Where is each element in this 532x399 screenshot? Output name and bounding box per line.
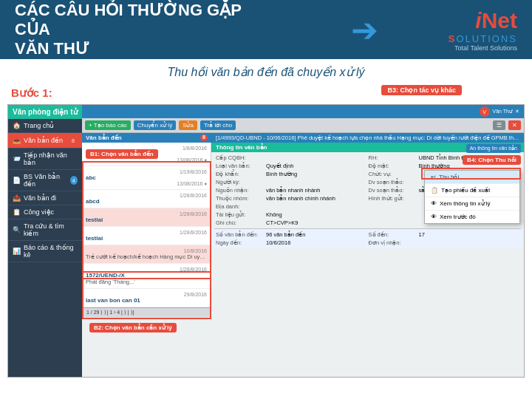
step-label-area: Bước 1: B3: Chọn tác vụ khác	[0, 82, 532, 104]
doc-label-dvsoanthao: Dv soạn thảo:	[369, 179, 417, 185]
dropdown-item-taophieu[interactable]: 📋 Tạo phiếu đề xuất	[425, 184, 519, 197]
email-item-6[interactable]: 10/8/2016 Trẻ cướt kế hoạch/kế hoạch Hàn…	[82, 245, 211, 264]
b2-annotation: B2: Chọn văn bản cần xử lý	[89, 323, 177, 332]
chuyen-xuly-button[interactable]: Chuyển xử lý	[134, 120, 176, 130]
doc-bottom-grid: Số văn bản đến: 96 văn bản đến Số đến: 1…	[211, 229, 524, 248]
doc-label-rh: RH:	[369, 154, 417, 161]
sidebar-item-baocao[interactable]: 📊 Báo cáo & thống kê	[8, 241, 82, 262]
sidebar-item-tracuu[interactable]: 🔍 Tra cứu & tìm kiếm	[8, 219, 82, 241]
doc-label-ghichu: Ghi chú:	[216, 219, 264, 226]
sidebar-item-tranchu[interactable]: 🏠 Trang chủ	[8, 119, 82, 133]
xemthongtin-label: Xem thông tin xử lý	[440, 200, 491, 207]
email-date-r2: 13/08/2016 ♦	[86, 181, 207, 186]
dropdown-item-thuhoi[interactable]: ↩ Thu hồi	[425, 171, 519, 184]
sidebar: Văn phòng điện tử 🏠 Trang chủ 📥 Văn bản …	[8, 105, 82, 377]
report-icon: 📊	[13, 248, 21, 255]
sidebar-congviec-label: Công việc	[24, 208, 54, 216]
logo-net: Net	[482, 8, 517, 33]
toolbar: + Tạo báo cáo Chuyển xử lý Sửa Trả lời c…	[82, 118, 524, 133]
dropdown-item-xemthongtin[interactable]: 👁 Xem thông tin xử lý	[425, 197, 519, 211]
email-date-5: 1/28/8/2016	[86, 230, 207, 235]
xemthongtin-icon: 👁	[431, 200, 437, 207]
email-item-8[interactable]: 29/8/2016 last van bon can 01	[82, 289, 211, 307]
email-date-4: 1/28/8/2016	[86, 211, 207, 216]
logo-tagline: Total Talent Solutions	[454, 44, 517, 52]
doc-label-soden: Số đến:	[369, 231, 417, 238]
sidebar-item-congviec[interactable]: 📋 Công việc	[8, 205, 82, 219]
tra-loi-cho-button[interactable]: Trả lời cho	[200, 120, 236, 130]
email-item-2[interactable]: 1/19/8/2016 abc 13/08/2016 ♦	[82, 166, 211, 190]
header-arrow-icon: ➔	[351, 11, 378, 49]
email-date-3: 1/28/8/2016	[86, 193, 207, 198]
email-item-3[interactable]: 1/28/8/2016 abcd	[82, 190, 211, 208]
doc-label-ngaynhan: Đơn vị nhận:	[369, 239, 417, 246]
logo-inet: iNet	[475, 8, 517, 33]
pagination: 1 / 29 ⟩ ⟩| 1 › 4 | ⟩ | ⟩|	[86, 310, 134, 316]
email-date-8: 29/8/2016	[86, 292, 207, 297]
sidebar-item-bsvbd[interactable]: 📄 BS Văn bản đến 4	[8, 170, 82, 191]
doc-field-ngaynhan: Đơn vị nhận:	[369, 239, 520, 246]
badge-vanbanden: 8	[69, 136, 78, 145]
panel-title-label: Văn bản đến	[86, 134, 122, 141]
doc-value-loaivb: Quyết định	[266, 163, 293, 169]
sidebar-item-tiepnhan[interactable]: 📨 Tiếp nhận văn bản	[8, 149, 82, 170]
dropdown-menu: ↩ Thu hồi 📋 Tạo phiếu đề xuất 👁 Xem thôn…	[424, 170, 520, 224]
screenshot-area: Văn phòng điện tử 🏠 Trang chủ 📥 Văn bản …	[7, 104, 525, 378]
close-panel-button[interactable]: ✕	[508, 120, 521, 130]
doc-label-diadanh: Địa danh:	[216, 203, 264, 210]
email-subject-3: abcd	[86, 198, 207, 205]
task-icon: 📋	[13, 208, 21, 216]
doc-value-ghichu: CT>CVP>K9	[266, 219, 298, 226]
email-item-5[interactable]: 1/28/8/2016 testlai	[82, 227, 211, 245]
email-subject-8: last van bon can 01	[86, 297, 207, 304]
thuhoi-label: Thu hồi	[439, 174, 459, 180]
xemtruoc-label: Xem trước đó	[440, 214, 476, 220]
sua-button[interactable]: Sửa	[179, 120, 197, 130]
dropdown-item-xemtruoc[interactable]: 👁 Xem trước đó	[425, 211, 519, 223]
create-report-button[interactable]: + Tạo báo cáo	[85, 120, 131, 130]
b4-annotation: B4: Chọn Thu hồi	[463, 155, 521, 165]
user-area: V Văn Thư ✕	[82, 105, 524, 118]
doc-value-dokhan: Bình thường	[266, 171, 297, 177]
taophieu-label: Tạo phiếu đề xuất	[441, 187, 490, 194]
email-item-7[interactable]: 1/28/8/2016 1572/UEND-/X Phát đăng 'Thán…	[82, 264, 211, 289]
doc-label-domat: Độ mật:	[369, 163, 417, 169]
doc-field-sovbden: Số văn bản đến: 96 văn bản đến	[216, 231, 367, 238]
header: CÁC CÂU HỎI THƯỜNG GẶP CỦA VĂN THƯ ➔ iNe…	[0, 0, 532, 59]
header-title: CÁC CÂU HỎI THƯỜNG GẶP CỦA VĂN THƯ	[15, 1, 281, 58]
sidebar-item-vanbanden[interactable]: 📥 Văn bản đến 8	[8, 133, 82, 149]
doc-label-chucvu: Chức vụ:	[369, 171, 417, 177]
inbox-icon: 📥	[13, 137, 21, 144]
doc-value-nguonnhan: văn bản nhanh nhánh	[266, 187, 320, 194]
doc-field-soden: Số đến: 17	[369, 231, 520, 238]
doc-header-text: [1/4993/QD-UBND - 10/06/2016] Phê duyệt …	[216, 134, 519, 141]
sidebar-tiepnhan-label: Tiếp nhận văn bản	[24, 151, 78, 166]
doc-value-tailieu: Không	[266, 211, 282, 218]
close-icon[interactable]: ✕	[515, 109, 519, 115]
doc-field-nguonnhan: Nguồn nhận: văn bản nhanh nhánh	[216, 187, 367, 194]
doc-field-ngayden: Ngày đến: 10/6/2016	[216, 239, 367, 246]
more-menu-button[interactable]: ☰	[493, 120, 505, 130]
action-thongtin: An thông tin văn bản	[466, 144, 521, 153]
b3-annotation: B3: Chọn tác vụ khác	[381, 85, 462, 95]
logo-solutions: SOLUTIONS	[449, 33, 517, 44]
doc-value-ngayden: 10/6/2016	[266, 239, 290, 246]
right-panel: [1/4993/QD-UBND - 10/06/2016] Phê duyệt …	[211, 133, 524, 377]
doc-label-nguonnhan: Nguồn nhận:	[216, 187, 264, 194]
header-title-line1: CÁC CÂU HỎI THƯỜNG GẶP CỦA	[15, 1, 281, 39]
user-avatar: V	[480, 106, 490, 117]
doc-label-ngayden: Ngày đến:	[216, 239, 264, 246]
sidebar-baocao-label: Báo cáo & thống kê	[24, 244, 78, 259]
email-item-4[interactable]: 1/28/8/2016 testlai	[82, 208, 211, 227]
doc-label-sovbden: Số văn bản đến:	[216, 231, 264, 238]
search-icon: 🔍	[13, 226, 21, 233]
email-date-7: 1/28/8/2016	[86, 267, 207, 272]
sidebar-tranchu-label: Trang chủ	[24, 122, 54, 129]
sidebar-tracuu-label: Tra cứu & tìm kiếm	[24, 222, 78, 237]
sidebar-item-vanbandi[interactable]: 📤 Văn bản đi	[8, 191, 82, 205]
email-list-wrapper: Văn bản đến 8 1/8/8/2016 sss 13/08/2016 …	[82, 133, 211, 377]
taophieu-icon: 📋	[431, 187, 438, 194]
email-subject-2: abc	[86, 174, 207, 181]
doc-value-domat: Bình thường	[419, 163, 450, 169]
email-body-7: Phát đăng 'Tháng...'	[86, 279, 207, 285]
